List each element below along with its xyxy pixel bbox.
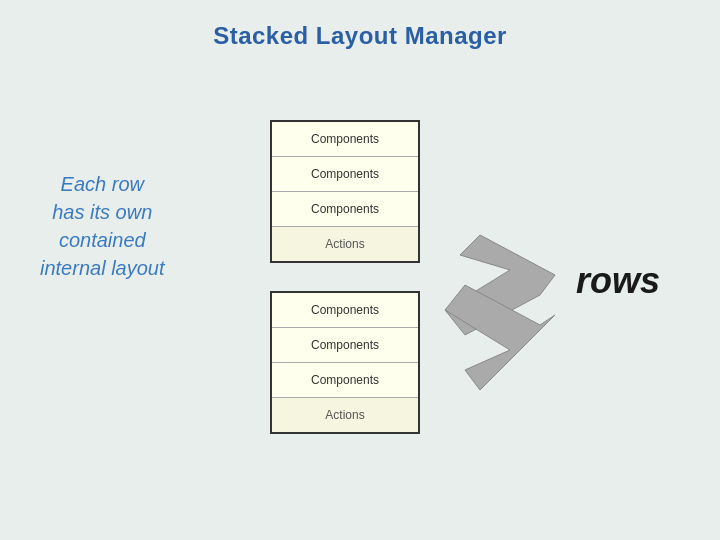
- row-box-2: Components Components Components Actions: [270, 291, 420, 434]
- arrow-to-box2: [445, 285, 555, 390]
- cell-1-2: Components: [272, 157, 418, 192]
- actions-2: Actions: [272, 398, 418, 432]
- svg-marker-3: [445, 285, 555, 390]
- page-title: Stacked Layout Manager: [0, 0, 720, 50]
- cell-2-1: Components: [272, 293, 418, 328]
- row-box-1: Components Components Components Actions: [270, 120, 420, 263]
- cell-1-1: Components: [272, 122, 418, 157]
- cell-1-3: Components: [272, 192, 418, 227]
- cell-2-2: Components: [272, 328, 418, 363]
- arrow-to-box1: [445, 235, 555, 335]
- svg-marker-2: [445, 235, 555, 335]
- cell-2-3: Components: [272, 363, 418, 398]
- left-label: Each row has its own contained internal …: [40, 170, 165, 282]
- actions-1: Actions: [272, 227, 418, 261]
- rows-label: rows: [576, 260, 660, 302]
